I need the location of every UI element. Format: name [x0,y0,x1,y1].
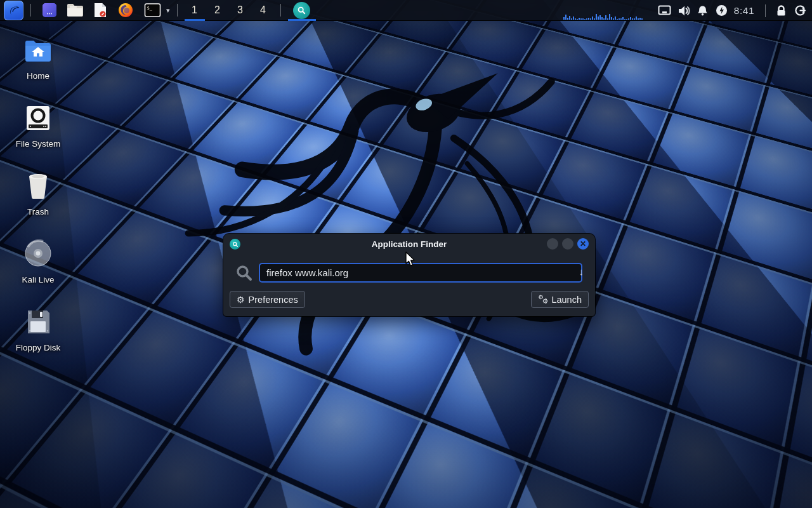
close-icon: ✕ [580,240,586,248]
application-finder-icon [230,239,240,250]
panel-right-cluster: 8:41 [655,0,812,21]
close-button[interactable]: ✕ [577,238,589,250]
workspace-4[interactable]: 4 [252,0,275,21]
network-icon[interactable] [655,0,674,21]
launcher-firefox[interactable] [116,1,135,20]
desktop-icon-label: File System [16,139,61,149]
panel-separator [177,4,178,17]
lock-icon[interactable] [771,0,790,21]
power-manager-icon[interactable] [712,0,731,21]
terminal-icon: $_ [144,3,161,18]
desktop-icon-label: Home [27,71,49,81]
logout-icon[interactable] [790,0,809,21]
terminal-launcher-dropdown-chevron-icon[interactable]: ▾ [166,6,170,15]
gear-icon: ⚙ [237,295,245,304]
workspace-1[interactable]: 1 [183,0,206,21]
command-entry-wrap: ↓ [259,263,589,283]
hard-drive-icon [25,98,51,131]
desktop-icon-floppy-disk[interactable]: Floppy Disk [8,302,69,370]
workspace-number: 3 [237,4,243,16]
clock[interactable]: 8:41 [731,5,759,17]
maximize-button[interactable] [562,238,573,250]
panel-separator [30,4,31,17]
top-panel: $_ ▾ 1 2 3 4 [0,0,812,21]
window-buttons: ✕ [547,238,589,250]
mouse-cursor [405,251,416,267]
taskbar-application-finder[interactable] [287,0,317,21]
launcher-text-editor[interactable] [91,1,110,20]
window-title: Application Finder [223,239,595,249]
desktop-icon-kali-live[interactable]: Kali Live [8,234,69,302]
kali-menu-button[interactable] [4,1,23,20]
floppy-disk-icon [25,302,51,335]
home-folder-icon [23,30,53,64]
workspace-2[interactable]: 2 [206,0,229,21]
desktop-icon-trash[interactable]: Trash [8,166,69,234]
application-finder-icon [293,2,310,19]
launch-button[interactable]: ⚙ ⚙ Launch [531,291,589,308]
preferences-button[interactable]: ⚙ Preferences [230,291,305,308]
application-finder-window: Application Finder ✕ ↓ [223,234,595,316]
launcher-file-manager[interactable] [65,1,84,20]
workspace-number: 1 [192,4,197,16]
run-gears-icon: ⚙ ⚙ [538,295,547,304]
workspace-number: 2 [214,4,220,16]
panel-left-cluster: $_ ▾ 1 2 3 4 [0,0,317,20]
launcher-purple-app[interactable] [40,1,59,20]
workspace-number: 4 [260,4,266,16]
notifications-bell-icon[interactable] [693,0,712,21]
command-input[interactable] [259,263,582,283]
purple-app-icon [42,3,57,18]
workspace-3[interactable]: 3 [229,0,252,21]
kali-desktop: Home File System [0,0,812,508]
firefox-icon [118,3,133,18]
trash-can-icon [25,166,51,199]
svg-text:$_: $_ [147,6,152,11]
desktop-icon-file-system[interactable]: File System [8,98,69,166]
desktop-icon-label: Trash [27,207,49,217]
desktop-icon-column: Home File System [8,30,69,370]
finder-buttons-row: ⚙ Preferences ⚙ ⚙ Launch [230,283,589,308]
minimize-button[interactable] [547,238,558,250]
volume-icon[interactable] [674,0,693,21]
desktop-icon-label: Floppy Disk [16,343,61,352]
preferences-label: Preferences [249,295,298,305]
text-editor-icon [93,3,107,18]
launcher-terminal[interactable]: $_ [141,1,163,20]
folder-icon [67,3,83,17]
entry-dropdown-arrow-icon[interactable]: ↓ [579,266,584,277]
launch-label: Launch [551,295,582,305]
panel-separator [765,4,766,17]
desktop-icon-label: Kali Live [22,275,54,284]
search-icon [230,264,259,282]
desktop-icon-home[interactable]: Home [8,30,69,98]
kali-logo-icon [7,3,21,17]
audio-spectrum-visualizer [563,13,658,20]
panel-separator [280,4,281,17]
optical-disc-icon [24,234,52,267]
